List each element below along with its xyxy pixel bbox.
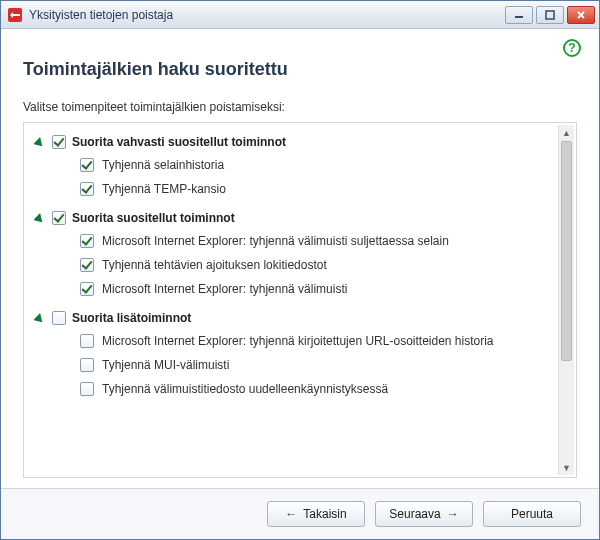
page-title: Toimintajälkien haku suoritettu — [23, 59, 577, 80]
arrow-left-icon: ← — [285, 507, 297, 521]
list-item: Tyhjennä selainhistoria — [34, 153, 552, 177]
cancel-button[interactable]: Peruuta — [483, 501, 581, 527]
group-checkbox[interactable] — [52, 211, 66, 225]
scroll-thumb[interactable] — [561, 141, 572, 361]
back-button[interactable]: ← Takaisin — [267, 501, 365, 527]
title-bar: Yksityisten tietojen poistaja — [1, 1, 599, 29]
group-header[interactable]: Suorita lisätoiminnot — [34, 307, 552, 329]
group-checkbox[interactable] — [52, 311, 66, 325]
dialog-footer: ← Takaisin Seuraava → Peruuta — [1, 488, 599, 539]
item-label: Tyhjennä selainhistoria — [102, 158, 224, 172]
item-checkbox[interactable] — [80, 382, 94, 396]
item-checkbox[interactable] — [80, 158, 94, 172]
item-label: Microsoft Internet Explorer: tyhjennä vä… — [102, 234, 449, 248]
item-checkbox[interactable] — [80, 258, 94, 272]
cancel-button-label: Peruuta — [511, 507, 553, 521]
app-icon — [7, 7, 23, 23]
group-label: Suorita suositellut toiminnot — [72, 211, 235, 225]
item-checkbox[interactable] — [80, 182, 94, 196]
maximize-button[interactable] — [536, 6, 564, 24]
list-item: Tyhjennä TEMP-kansio — [34, 177, 552, 201]
group-label: Suorita lisätoiminnot — [72, 311, 191, 325]
item-checkbox[interactable] — [80, 282, 94, 296]
minimize-button[interactable] — [505, 6, 533, 24]
action-group: Suorita vahvasti suositellut toiminnotTy… — [34, 131, 552, 201]
expand-triangle-icon[interactable] — [34, 213, 46, 226]
action-list: Suorita vahvasti suositellut toiminnotTy… — [23, 122, 577, 478]
item-checkbox[interactable] — [80, 234, 94, 248]
window-title: Yksityisten tietojen poistaja — [29, 8, 505, 22]
svg-rect-2 — [546, 11, 554, 19]
expand-triangle-icon[interactable] — [34, 313, 46, 326]
list-item: Microsoft Internet Explorer: tyhjennä vä… — [34, 277, 552, 301]
list-item: Microsoft Internet Explorer: tyhjennä vä… — [34, 229, 552, 253]
item-label: Tyhjennä välimuistitiedosto uudelleenkäy… — [102, 382, 388, 396]
scroll-up-button[interactable]: ▲ — [559, 125, 574, 140]
action-group: Suorita suositellut toiminnotMicrosoft I… — [34, 207, 552, 301]
close-button[interactable] — [567, 6, 595, 24]
item-label: Microsoft Internet Explorer: tyhjennä ki… — [102, 334, 494, 348]
item-label: Tyhjennä MUI-välimuisti — [102, 358, 229, 372]
expand-triangle-icon[interactable] — [34, 137, 46, 150]
item-label: Tyhjennä TEMP-kansio — [102, 182, 226, 196]
action-group: Suorita lisätoiminnotMicrosoft Internet … — [34, 307, 552, 401]
group-header[interactable]: Suorita vahvasti suositellut toiminnot — [34, 131, 552, 153]
group-checkbox[interactable] — [52, 135, 66, 149]
item-checkbox[interactable] — [80, 358, 94, 372]
item-label: Microsoft Internet Explorer: tyhjennä vä… — [102, 282, 347, 296]
next-button[interactable]: Seuraava → — [375, 501, 473, 527]
back-button-label: Takaisin — [303, 507, 346, 521]
window-controls — [505, 6, 595, 24]
scroll-down-button[interactable]: ▼ — [559, 460, 574, 475]
dialog-window: Yksityisten tietojen poistaja ? Toiminta… — [0, 0, 600, 540]
item-label: Tyhjennä tehtävien ajoituksen lokitiedos… — [102, 258, 327, 272]
next-button-label: Seuraava — [389, 507, 440, 521]
page-subtitle: Valitse toimenpiteet toimintajälkien poi… — [23, 100, 577, 114]
group-label: Suorita vahvasti suositellut toiminnot — [72, 135, 286, 149]
list-item: Tyhjennä MUI-välimuisti — [34, 353, 552, 377]
content-area: ? Toimintajälkien haku suoritettu Valits… — [1, 29, 599, 488]
scrollbar[interactable]: ▲ ▼ — [558, 125, 574, 475]
list-item: Tyhjennä tehtävien ajoituksen lokitiedos… — [34, 253, 552, 277]
group-header[interactable]: Suorita suositellut toiminnot — [34, 207, 552, 229]
list-item: Tyhjennä välimuistitiedosto uudelleenkäy… — [34, 377, 552, 401]
arrow-right-icon: → — [447, 507, 459, 521]
list-item: Microsoft Internet Explorer: tyhjennä ki… — [34, 329, 552, 353]
item-checkbox[interactable] — [80, 334, 94, 348]
help-icon[interactable]: ? — [563, 39, 581, 57]
